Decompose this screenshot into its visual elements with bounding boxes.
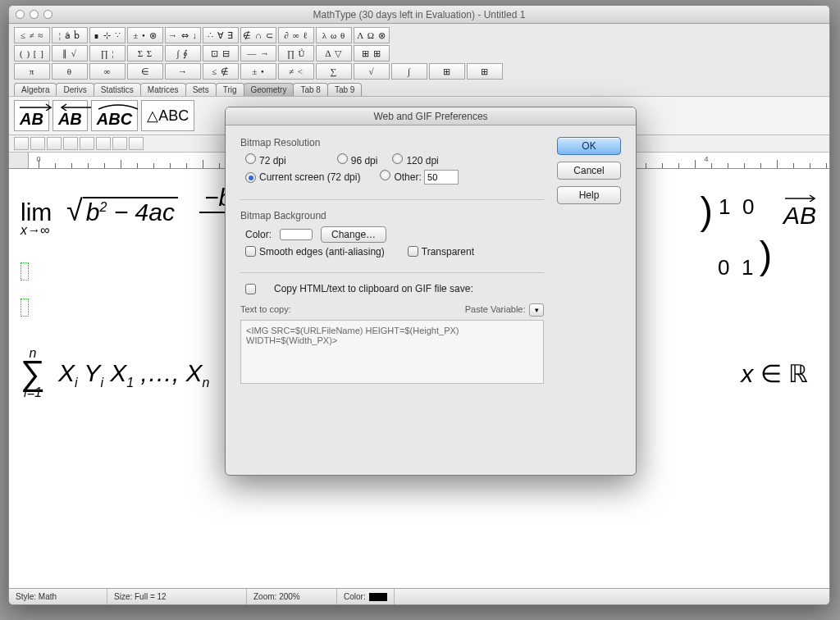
palette-button[interactable]: ∫ ∮ [165, 45, 201, 62]
palette-button[interactable]: Λ Ω ⊗ [354, 27, 390, 43]
radio-96dpi[interactable] [337, 153, 348, 164]
small-tool[interactable] [112, 137, 127, 150]
palette-button[interactable]: ∫ [391, 63, 427, 80]
tab-sets[interactable]: Sets [185, 83, 217, 96]
palette-button[interactable]: ⊞ ⊞ [354, 45, 390, 62]
template-vector-ab-right[interactable]: AB [14, 100, 49, 131]
palette-button[interactable]: ¦ ȧ b̂ [52, 27, 88, 43]
change-color-button[interactable]: Change… [321, 226, 386, 243]
small-tool[interactable] [30, 137, 45, 150]
group-bitmap-background: Bitmap Background [240, 210, 544, 221]
cancel-button[interactable]: Cancel [557, 162, 621, 180]
x-in-r: x ∈ ℝ [741, 359, 808, 388]
tab-tab-8[interactable]: Tab 8 [293, 83, 327, 96]
tab-algebra[interactable]: Algebra [14, 83, 57, 96]
paste-variable-button[interactable]: ▾ [529, 303, 544, 317]
palette-button[interactable]: π [14, 63, 50, 80]
palette-button[interactable]: ∥ √ [52, 45, 88, 62]
palette-button[interactable]: Σ Σ [127, 45, 163, 62]
checkbox-smooth-edges[interactable] [245, 246, 256, 257]
palette-button[interactable]: ∏ Ů [278, 45, 314, 62]
palette-button[interactable]: ∎ ⊹ ∵ [89, 27, 126, 43]
small-tool[interactable] [14, 137, 29, 150]
palette-button[interactable]: ∏ ¦ [89, 45, 126, 62]
preferences-dialog: Web and GIF Preferences Bitmap Resolutio… [225, 107, 637, 476]
palette-button[interactable]: ⊞ [467, 63, 503, 80]
placeholder-box[interactable] [21, 262, 29, 284]
radio-other[interactable] [380, 170, 390, 180]
palette-button[interactable]: → [165, 63, 201, 80]
radio-72dpi[interactable] [245, 153, 256, 164]
palette-button[interactable]: ≠ < [278, 63, 314, 80]
text-to-copy-textarea[interactable]: <IMG SRC=$(URLFileName) HEIGHT=$(Height_… [240, 320, 544, 384]
small-tool[interactable] [80, 137, 94, 150]
palette-button[interactable]: λ ω θ [316, 27, 352, 43]
titlebar: MathType (30 days left in Evaluation) - … [9, 6, 829, 24]
tab-matrices[interactable]: Matrices [140, 83, 186, 96]
palette-button[interactable]: θ [52, 63, 88, 80]
tab-derivs[interactable]: Derivs [56, 83, 94, 96]
template-vector-ab-left[interactable]: AB [52, 100, 88, 131]
palette-button[interactable]: ∆ ▽ [316, 45, 352, 62]
palette-button[interactable]: ≤ ≠ ≈ [14, 27, 50, 43]
group-bitmap-resolution: Bitmap Resolution [240, 137, 544, 148]
palette-button[interactable]: √ [354, 63, 390, 80]
window-title: MathType (30 days left in Evaluation) - … [9, 9, 829, 21]
tab-trig[interactable]: Trig [216, 83, 244, 96]
matrix: ) 1 0 0 1 ) [700, 189, 772, 280]
sqrt-body: b2 − 4ac [83, 197, 178, 226]
palette-button[interactable]: ( ) [ ] [14, 45, 50, 62]
small-tool[interactable] [47, 137, 62, 150]
status-bar: Style: Math Size: Full = 12 Zoom: 200% C… [9, 588, 829, 604]
palette-button[interactable]: — → [240, 45, 276, 62]
tab-geometry[interactable]: Geometry [244, 83, 294, 96]
palette-button[interactable]: ± • ⊗ [127, 27, 163, 43]
palette-button[interactable]: ∞ [89, 63, 126, 80]
radio-current-screen[interactable] [245, 172, 256, 183]
placeholder-box[interactable] [21, 299, 29, 320]
palette-button[interactable]: ⊡ ⊟ [203, 45, 239, 62]
ok-button[interactable]: OK [557, 137, 621, 155]
radio-120dpi[interactable] [392, 153, 403, 164]
palette-button[interactable]: ∴ ∀ ∃ [203, 27, 239, 43]
palette-button[interactable]: ⊞ [429, 63, 465, 80]
template-arc-abc[interactable]: ABC [91, 100, 138, 131]
small-tool[interactable] [96, 137, 111, 150]
palette-button[interactable]: ∑ [316, 63, 352, 80]
palette-button[interactable]: ± • [240, 63, 276, 80]
status-color-swatch[interactable] [369, 593, 387, 601]
checkbox-transparent[interactable] [408, 246, 418, 257]
palette-button[interactable]: ∂ ∞ ℓ [278, 27, 314, 43]
tab-tab-9[interactable]: Tab 9 [327, 83, 362, 96]
other-dpi-input[interactable] [424, 170, 459, 185]
palette-button[interactable]: → ⇔ ↓ [165, 27, 201, 43]
checkbox-copy-html[interactable] [245, 284, 256, 294]
template-triangle-abc[interactable]: △ABC [141, 100, 194, 131]
toolbar: ≤ ≠ ≈¦ ȧ b̂∎ ⊹ ∵± • ⊗→ ⇔ ↓∴ ∀ ∃∉ ∩ ⊂∂ ∞ … [9, 24, 829, 97]
palette-button[interactable]: ∉ ∩ ⊂ [240, 27, 276, 43]
small-tool[interactable] [63, 137, 78, 150]
tab-statistics[interactable]: Statistics [94, 83, 141, 96]
dialog-title: Web and GIF Preferences [226, 107, 636, 125]
palette-button[interactable]: ≤ ∉ [203, 63, 239, 80]
small-tool[interactable] [129, 137, 144, 150]
bg-color-swatch[interactable] [280, 229, 313, 240]
palette-button[interactable]: ∈ [127, 63, 163, 80]
help-button[interactable]: Help [557, 186, 621, 204]
